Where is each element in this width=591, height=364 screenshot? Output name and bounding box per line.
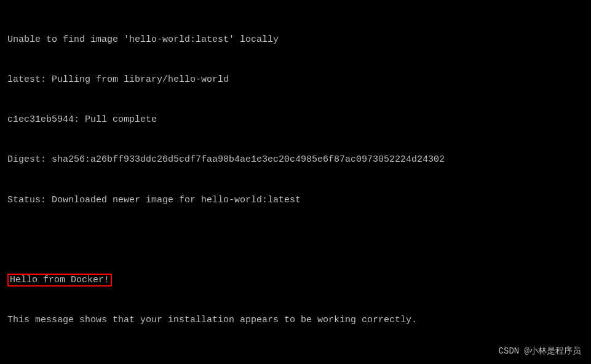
line-6: This message shows that your installatio… <box>7 314 584 327</box>
hello-line: Hello from Docker! <box>7 274 584 287</box>
line-blank-1 <box>7 234 584 247</box>
watermark-text: CSDN @小林是程序员 <box>499 346 581 357</box>
line-blank-2 <box>7 354 584 365</box>
line-3: c1ec31eb5944: Pull complete <box>7 113 584 127</box>
line-2: latest: Pulling from library/hello-world <box>7 73 584 87</box>
line-1: Unable to find image 'hello-world:latest… <box>7 33 584 47</box>
terminal-output: Unable to find image 'hello-world:latest… <box>7 6 584 364</box>
hello-docker-text: Hello from Docker! <box>7 274 112 287</box>
line-5: Status: Downloaded newer image for hello… <box>7 194 584 207</box>
line-4: Digest: sha256:a26bff933ddc26d5cdf7faa98… <box>7 153 584 167</box>
